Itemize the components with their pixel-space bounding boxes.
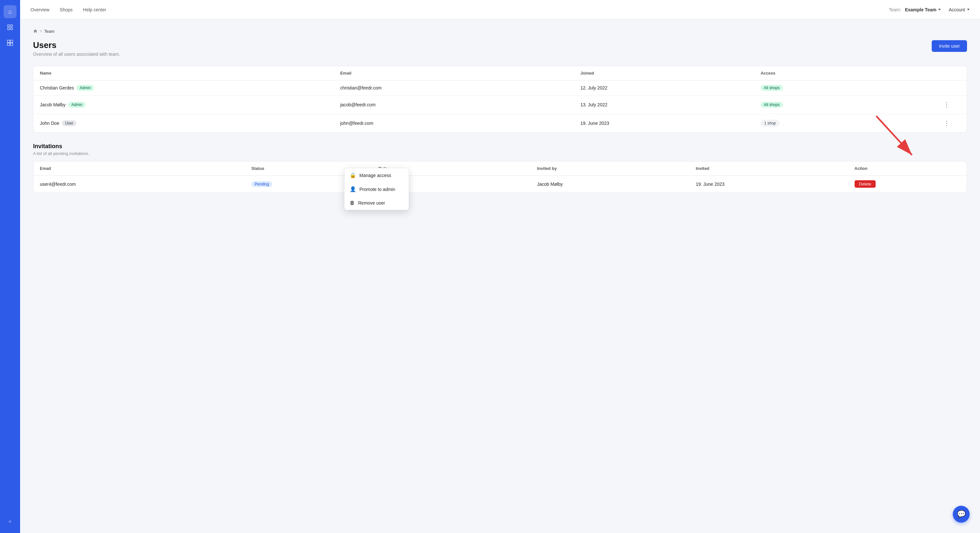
lock-icon: 🔒 <box>350 172 356 178</box>
user-access-cell: 1 shop <box>760 120 941 126</box>
user-email: john@feedr.com <box>340 121 373 126</box>
inv-col-invited-by: Invited by <box>537 166 696 171</box>
user-email-cell: christian@feedr.com <box>340 85 581 91</box>
inv-action: Delete <box>854 180 960 188</box>
svg-rect-5 <box>10 40 13 43</box>
row-menu-button[interactable]: ⋮ <box>941 119 953 128</box>
col-header-name: Name <box>40 71 340 75</box>
breadcrumb-current: Team <box>44 29 54 34</box>
shops-link[interactable]: Shops <box>60 6 73 14</box>
remove-user-label: Remove user <box>358 200 385 206</box>
table-row: John Doe User john@feedr.com 19. June 20… <box>33 114 967 132</box>
topnav-right: Team: Example Team Account <box>889 7 970 12</box>
user-joined: 12. July 2022 <box>581 85 607 91</box>
invitations-section: Invitations A list of all pending invita… <box>33 143 967 193</box>
user-actions-cell: ⋮ <box>941 119 960 128</box>
breadcrumb-separator: > <box>40 29 42 34</box>
page-title-group: Users Overview of all users associated w… <box>33 40 120 57</box>
users-table-header: Name Email Joined Access <box>33 66 967 80</box>
user-name: Christian Gerdes <box>40 85 74 91</box>
table-row: Christian Gerdes Admin christian@feedr.c… <box>33 80 967 96</box>
col-header-access: Access <box>760 71 941 75</box>
table-row: Jacob Mølby Admin jacob@feedr.com 13. Ju… <box>33 96 967 114</box>
role-badge: Admin <box>68 102 86 108</box>
inv-col-action: Action <box>854 166 960 171</box>
manage-access-item[interactable]: 🔒 Manage access <box>345 168 409 182</box>
overview-link[interactable]: Overview <box>30 6 49 14</box>
svg-rect-2 <box>8 28 10 30</box>
user-name-cell: Jacob Mølby Admin <box>40 102 340 108</box>
inv-col-email: Email <box>40 166 251 171</box>
breadcrumb-home[interactable] <box>33 29 38 34</box>
row-menu-button[interactable]: ⋮ <box>941 100 953 109</box>
nav-links: Overview Shops Help center <box>30 6 889 14</box>
role-badge: Admin <box>76 85 94 91</box>
user-joined: 13. July 2022 <box>581 102 607 107</box>
svg-rect-7 <box>10 43 13 46</box>
chat-bubble[interactable]: 💬 <box>953 506 970 523</box>
page-content: > Team Users Overview of all users assoc… <box>20 19 980 533</box>
page-subtitle: Overview of all users associated with te… <box>33 51 120 57</box>
account-label: Account <box>948 7 965 12</box>
svg-rect-6 <box>8 43 10 46</box>
delete-invitation-button[interactable]: Delete <box>854 180 876 188</box>
trash-icon: 🗑 <box>350 200 355 206</box>
help-center-link[interactable]: Help center <box>83 6 106 14</box>
team-label: Team: <box>889 7 901 12</box>
team-name: Example Team <box>905 7 936 12</box>
user-joined: 19. June 2023 <box>581 121 609 126</box>
status-badge: Pending <box>251 181 272 187</box>
collapse-sidebar-icon[interactable]: « <box>3 515 16 528</box>
user-access-cell: All shops <box>760 85 941 91</box>
role-badge: User <box>62 120 76 126</box>
chat-icon: 💬 <box>957 510 966 519</box>
inv-invited-by: Jacob Mølby <box>537 182 696 187</box>
col-header-actions <box>941 71 960 75</box>
user-access-cell: All shops <box>760 102 941 108</box>
users-table: Name Email Joined Access Christian Gerde… <box>33 66 967 132</box>
invitations-subtitle: A list of all pending invitations. <box>33 151 967 156</box>
sidebar-shop-icon[interactable] <box>3 21 16 34</box>
page-header: Users Overview of all users associated w… <box>33 40 967 57</box>
user-joined-cell: 13. July 2022 <box>581 102 760 107</box>
top-navigation: Overview Shops Help center Team: Example… <box>20 0 980 19</box>
invitation-row: user4@feedr.com Pending View - Biltema J… <box>33 176 967 192</box>
user-name-cell: Christian Gerdes Admin <box>40 85 340 91</box>
invitations-title: Invitations <box>33 143 967 150</box>
user-name-cell: John Doe User <box>40 120 340 126</box>
main-wrapper: Overview Shops Help center Team: Example… <box>20 0 980 533</box>
invite-user-button[interactable]: Invite user <box>932 40 967 52</box>
sidebar: ⌂ « <box>0 0 20 533</box>
inv-col-invited: Invited <box>696 166 854 171</box>
user-actions-cell: ⋮ <box>941 100 960 109</box>
remove-user-item[interactable]: 🗑 Remove user <box>345 196 409 210</box>
account-menu[interactable]: Account <box>948 7 970 12</box>
account-chevron-icon <box>967 9 970 10</box>
col-header-joined: Joined <box>581 71 760 75</box>
invitations-table: Email Status Role Invited by Invited Act… <box>33 161 967 193</box>
user-email-cell: jacob@feedr.com <box>340 102 581 107</box>
team-selector[interactable]: Team: Example Team <box>889 7 941 12</box>
user-email-cell: john@feedr.com <box>340 121 581 126</box>
team-chevron-icon <box>938 9 941 10</box>
invitations-table-header: Email Status Role Invited by Invited Act… <box>33 161 967 176</box>
sidebar-home-icon[interactable]: ⌂ <box>3 5 16 18</box>
page-title: Users <box>33 40 120 50</box>
inv-invited-date: 19. June 2023 <box>696 182 854 187</box>
user-email: christian@feedr.com <box>340 85 382 91</box>
breadcrumb: > Team <box>33 29 967 34</box>
sidebar-multi-shop-icon[interactable] <box>3 36 16 49</box>
access-badge: All shops <box>760 102 783 108</box>
user-name: John Doe <box>40 121 59 126</box>
access-badge: All shops <box>760 85 783 91</box>
promote-icon: 👤 <box>350 186 356 192</box>
user-email: jacob@feedr.com <box>340 102 375 107</box>
svg-rect-4 <box>8 40 10 43</box>
svg-rect-1 <box>11 25 13 27</box>
user-name: Jacob Mølby <box>40 102 65 107</box>
access-badge: 1 shop <box>760 120 780 126</box>
svg-rect-0 <box>8 25 10 27</box>
context-menu: 🔒 Manage access 👤 Promote to admin 🗑 Rem… <box>344 168 409 210</box>
promote-admin-item[interactable]: 👤 Promote to admin <box>345 182 409 196</box>
manage-access-label: Manage access <box>360 173 391 178</box>
